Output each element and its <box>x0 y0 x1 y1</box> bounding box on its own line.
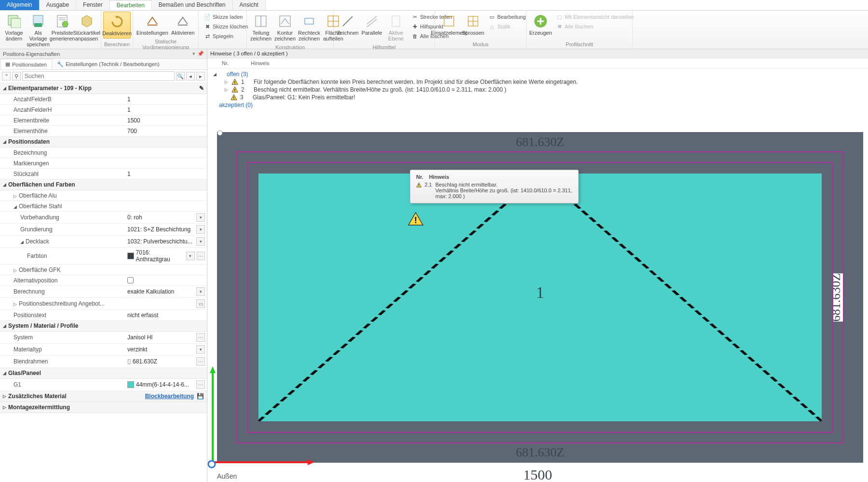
nav-back-button[interactable]: ◂ <box>186 72 195 80</box>
sprossen-button[interactable]: Sprossen <box>461 12 485 38</box>
kontur-zeichnen-button[interactable]: Kontur zeichnen <box>273 12 297 43</box>
aktive-ebene-button[interactable]: Aktive Ebene <box>384 12 408 43</box>
hint-text: Glas/Paneel: G1: Kein Preis ermittelbar! <box>253 94 355 101</box>
modus-bearbeitung-button[interactable]: ▭Bearbeitung <box>487 13 527 21</box>
profilschnitt-loeschen-button[interactable]: ✖Alle löschen <box>555 22 636 31</box>
hints-header: Hinweise ( 3 offen / 0 akzeptiert ) <box>207 49 868 58</box>
section-zusatz: Zusätzliches Material <box>8 393 67 400</box>
warning-icon: ! <box>231 94 237 101</box>
spiegeln-button[interactable]: ⇄Spiegeln <box>203 32 249 40</box>
profile-icon: ⌷ <box>127 358 131 365</box>
svg-marker-44 <box>210 366 216 373</box>
drawing-canvas[interactable]: 681.630Z 681.630Z 681.630Z 681.630Z 1 <box>207 113 868 482</box>
statik-einstellungen-button[interactable]: Einstellungen <box>135 12 170 38</box>
handle-dot[interactable] <box>217 130 223 136</box>
save-icon[interactable]: 💾 <box>197 393 204 400</box>
more-button[interactable]: ⋯ <box>197 252 205 260</box>
svg-rect-1 <box>11 18 21 28</box>
svg-line-38 <box>540 174 822 421</box>
rechteck-zeichnen-button[interactable]: Rechteck zeichnen <box>297 12 321 43</box>
edit-button[interactable]: ▭ <box>196 299 205 308</box>
statik-aktivieren-button[interactable]: Aktivieren <box>170 12 197 38</box>
width-dimension: 1500 <box>523 467 552 482</box>
canvas-warning-icon[interactable]: ! <box>407 212 424 226</box>
subtab-einstellungen[interactable]: 🔧Einstellungen (Technik / Bearbeitungen) <box>52 59 164 69</box>
grid-icon: ▦ <box>5 61 10 67</box>
wrench-icon: 🔧 <box>57 61 64 67</box>
edit-section-button[interactable]: ✎ <box>199 85 204 92</box>
panel-pin-icon[interactable]: 📌 <box>197 51 204 57</box>
svg-text:!: ! <box>234 88 236 93</box>
parallele-button[interactable]: Parallele <box>360 12 384 38</box>
group-modus-label: Modus <box>437 40 524 49</box>
tab-allgemein[interactable]: Allgemein <box>0 0 40 10</box>
tab-bearbeiten[interactable]: Bearbeiten <box>110 0 152 10</box>
expand-icon[interactable]: ◢ <box>212 72 217 77</box>
collapse-all-button[interactable]: ⌃ <box>2 72 11 80</box>
svg-point-7 <box>62 21 68 27</box>
opening-lines <box>258 174 822 421</box>
svg-rect-22 <box>392 16 400 27</box>
vorlage-aendern-button[interactable]: Vorlage ändern <box>2 12 26 43</box>
subtab-positionsdaten[interactable]: ▦Positionsdaten <box>0 59 52 69</box>
color-swatch <box>127 253 134 259</box>
svg-line-37 <box>258 174 540 421</box>
preisliste-generieren-button[interactable]: Preisliste generieren <box>50 12 74 43</box>
svg-text:!: ! <box>419 184 420 187</box>
dim-top: 681.630Z <box>516 135 564 149</box>
section-positionsdaten: Positionsdaten <box>8 138 50 145</box>
origin-dot[interactable] <box>207 460 216 469</box>
expand-icon[interactable]: ◢ <box>3 86 6 91</box>
tab-fenster[interactable]: Fenster <box>76 0 110 10</box>
search-input[interactable] <box>22 71 175 81</box>
svg-rect-3 <box>34 23 42 27</box>
tab-ausgabe[interactable]: Ausgabe <box>40 0 76 10</box>
hint-text: Beschlag nicht ermittelbar. Verhältnis B… <box>254 86 506 93</box>
alternativ-checkbox[interactable] <box>127 277 134 283</box>
elementansicht-button[interactable]: ▢Mit Elementansicht darstellen <box>555 13 636 21</box>
y-axis-icon <box>208 366 217 463</box>
svg-text:!: ! <box>234 80 236 85</box>
skizze-laden-button[interactable]: 📄Skizze laden <box>203 13 249 21</box>
hints-accepted-group[interactable]: akzeptiert (0) <box>212 102 253 108</box>
glass-pane[interactable]: 1 <box>258 174 822 421</box>
warning-icon: ! <box>416 182 421 188</box>
skizze-loeschen-button[interactable]: ✖Skizze löschen <box>203 22 249 31</box>
filter-button[interactable]: ⚲ <box>12 72 21 80</box>
section-montage: Montagezeitermittlung <box>8 404 70 411</box>
einsatzelement-button[interactable]: Einsatzelement <box>437 12 461 38</box>
svg-marker-8 <box>82 15 92 27</box>
svg-rect-23 <box>444 16 454 26</box>
x-axis-icon <box>208 458 314 467</box>
deaktivieren-button[interactable]: Deaktivieren <box>103 12 131 39</box>
stueckartikel-anpassen-button[interactable]: Stückartikel anpassen <box>74 12 99 43</box>
tab-bemassen[interactable]: Bemaßen und Beschriften <box>152 0 233 10</box>
section-glas: Glas/Paneel <box>8 370 41 376</box>
svg-text:!: ! <box>414 215 417 225</box>
erzeugen-button[interactable]: Erzeugen <box>529 12 553 38</box>
hints-open-group[interactable]: offen (3) <box>220 71 248 78</box>
blockbearbeitung-link[interactable]: Blockbearbeitung <box>145 393 194 400</box>
svg-marker-46 <box>308 459 314 465</box>
svg-line-19 <box>343 16 353 26</box>
left-panel-title: Positions-Eigenschaften <box>3 51 60 57</box>
glass-swatch <box>127 381 134 388</box>
panel-menu-icon[interactable]: ▾ <box>192 51 195 57</box>
modus-statik-button[interactable]: △Statik <box>487 22 527 31</box>
svg-text:!: ! <box>233 95 235 100</box>
svg-rect-14 <box>280 16 290 27</box>
warning-icon: ! <box>231 86 238 93</box>
svg-point-47 <box>208 461 215 468</box>
section-oberflaechen: Oberflächen und Farben <box>8 181 75 188</box>
dropdown-icon[interactable]: ▾ <box>196 213 205 222</box>
section-elementparam: Elementparameter - 109 - Kipp <box>8 85 92 92</box>
tab-ansicht[interactable]: Ansicht <box>233 0 266 10</box>
dim-bottom: 681.630Z <box>516 445 564 460</box>
zeichnen-button[interactable]: Zeichnen <box>336 12 360 38</box>
nav-fwd-button[interactable]: ▸ <box>196 72 205 80</box>
canvas-tooltip: Nr.Hinweis ! 2.1 Beschlag nicht ermittel… <box>410 170 579 203</box>
teilung-zeichnen-button[interactable]: Teilung zeichnen <box>249 12 273 43</box>
search-button[interactable]: 🔍 <box>176 72 185 80</box>
als-vorlage-speichern-button[interactable]: Als Vorlage speichern <box>26 12 50 49</box>
aussen-label: Außen <box>217 472 237 480</box>
